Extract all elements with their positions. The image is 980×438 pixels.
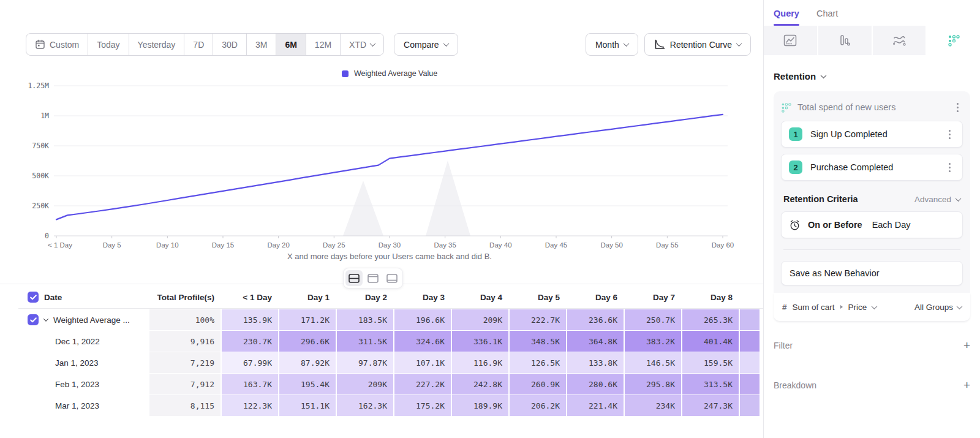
retention-cell[interactable]: 336.1K — [452, 331, 508, 352]
retention-cell[interactable]: 135.9K — [222, 309, 278, 330]
day-header-cell-8[interactable]: Day 8 — [682, 286, 739, 308]
retention-cell[interactable]: 209K — [337, 374, 393, 395]
funnels-tab[interactable] — [818, 26, 872, 55]
retention-cell[interactable]: 236.6K — [567, 309, 624, 330]
range-6m[interactable]: 6M — [276, 34, 305, 55]
all-groups-dropdown[interactable]: All Groups — [914, 303, 962, 312]
day-header-cell-2[interactable]: Day 2 — [337, 286, 393, 308]
retention-cell[interactable]: 221.4K — [567, 395, 624, 416]
table-only-view-button[interactable] — [383, 270, 401, 286]
tab-chart[interactable]: Chart — [816, 9, 838, 26]
retention-cell[interactable]: 324.6K — [394, 331, 451, 352]
granularity-button[interactable]: Month — [586, 33, 638, 56]
retention-cell[interactable]: 107.1K — [394, 352, 451, 373]
retention-cell-partial[interactable] — [740, 352, 760, 373]
retention-cell[interactable]: 151.1K — [279, 395, 336, 416]
insights-tab[interactable] — [764, 26, 817, 55]
range-7d[interactable]: 7D — [184, 34, 213, 55]
retention-cell[interactable]: 295.8K — [625, 374, 681, 395]
day-header-cell-1[interactable]: Day 1 — [279, 286, 336, 308]
add-breakdown-button[interactable]: + — [963, 379, 970, 391]
day-header-cell-7[interactable]: Day 7 — [625, 286, 681, 308]
retention-cell[interactable]: 97.87K — [337, 352, 393, 373]
day-header-cell-5[interactable]: Day 5 — [510, 286, 566, 308]
retention-cell-partial[interactable] — [740, 395, 760, 416]
date-cell[interactable]: Jan 1, 2023 — [18, 352, 149, 373]
retention-cell[interactable]: 133.8K — [567, 352, 624, 373]
date-cell[interactable]: Weighted Average ... — [18, 309, 149, 330]
date-cell[interactable]: Dec 1, 2022 — [18, 331, 149, 352]
range-xtd[interactable]: XTD — [340, 34, 383, 55]
total-profiles-header-cell[interactable]: Total Profile(s) — [149, 286, 221, 308]
retention-cell[interactable]: 250.7K — [625, 309, 681, 330]
range-12m[interactable]: 12M — [306, 34, 340, 55]
step-row-1[interactable]: 1 Sign Up Completed — [781, 121, 963, 148]
advanced-dropdown[interactable]: Advanced — [914, 195, 960, 204]
compare-button[interactable]: Compare — [394, 33, 458, 56]
split-view-button[interactable] — [345, 270, 363, 286]
retention-cell[interactable]: 242.8K — [452, 374, 508, 395]
expand-row-button[interactable] — [44, 318, 48, 322]
add-filter-button[interactable]: + — [963, 339, 970, 351]
retention-cell[interactable]: 159.5K — [682, 352, 739, 373]
retention-cell[interactable]: 206.2K — [510, 395, 566, 416]
retention-cell[interactable]: 364.8K — [567, 331, 624, 352]
step-kebab-icon[interactable] — [944, 163, 955, 172]
chart-only-view-button[interactable] — [364, 270, 382, 286]
row-checkbox[interactable] — [28, 292, 39, 303]
retention-cell[interactable]: 401.4K — [682, 331, 739, 352]
range-custom[interactable]: Custom — [26, 34, 88, 55]
save-as-new-behavior-button[interactable]: Save as New Behavior — [781, 261, 963, 285]
retention-cell[interactable]: 189.9K — [452, 395, 508, 416]
step-row-2[interactable]: 2 Purchase Completed — [781, 154, 963, 181]
retention-cell[interactable]: 280.6K — [567, 374, 624, 395]
retention-cell[interactable]: 222.7K — [510, 309, 566, 330]
retention-cell[interactable]: 348.5K — [510, 331, 566, 352]
date-cell[interactable]: Mar 1, 2023 — [18, 395, 149, 416]
retention-cell[interactable]: 227.2K — [394, 374, 451, 395]
retention-cell-partial[interactable] — [740, 374, 760, 395]
retention-cell[interactable]: 163.7K — [222, 374, 278, 395]
retention-cell[interactable]: 171.2K — [279, 309, 336, 330]
retention-cell[interactable]: 175.2K — [394, 395, 451, 416]
range-today[interactable]: Today — [88, 34, 128, 55]
range-30d[interactable]: 30D — [213, 34, 246, 55]
day-header-cell-6[interactable]: Day 6 — [567, 286, 624, 308]
flows-tab[interactable] — [873, 26, 926, 55]
chart-legend[interactable]: Weighted Average Value — [56, 69, 723, 78]
retention-cell[interactable]: 183.5K — [337, 309, 393, 330]
retention-cell[interactable]: 196.6K — [394, 309, 451, 330]
retention-cell[interactable]: 296.6K — [279, 331, 336, 352]
retention-cell[interactable]: 383.2K — [625, 331, 681, 352]
criteria-condition-row[interactable]: On or Before Each Day — [781, 211, 963, 238]
day-header-cell-4[interactable]: Day 4 — [452, 286, 508, 308]
retention-cell-partial[interactable] — [740, 331, 760, 352]
retention-cell[interactable]: 311.5K — [337, 331, 393, 352]
retention-cell[interactable]: 265.3K — [682, 309, 739, 330]
tab-query[interactable]: Query — [774, 9, 799, 26]
date-header-cell[interactable]: Date — [18, 286, 149, 308]
range-yesterday[interactable]: Yesterday — [129, 34, 184, 55]
retention-cell[interactable]: 67.99K — [222, 352, 278, 373]
retention-cell[interactable]: 122.3K — [222, 395, 278, 416]
behavior-kebab-icon[interactable] — [952, 103, 963, 112]
range-3m[interactable]: 3M — [246, 34, 276, 55]
retention-cell[interactable]: 260.9K — [510, 374, 566, 395]
chart-type-button[interactable]: Retention Curve — [644, 33, 751, 56]
retention-cell[interactable]: 195.4K — [279, 374, 336, 395]
retention-cell[interactable]: 209K — [452, 309, 508, 330]
row-checkbox[interactable] — [28, 314, 39, 325]
retention-cell[interactable]: 87.92K — [279, 352, 336, 373]
step-kebab-icon[interactable] — [944, 130, 955, 139]
retention-cell[interactable]: 313.5K — [682, 374, 739, 395]
day-header-cell-3[interactable]: Day 3 — [394, 286, 451, 308]
retention-cell-partial[interactable] — [740, 309, 760, 330]
measure-row[interactable]: # Sum of cart Price All Groups — [774, 293, 970, 321]
retention-cell[interactable]: 146.5K — [625, 352, 681, 373]
retention-cell[interactable]: 234K — [625, 395, 681, 416]
retention-section-header[interactable]: Retention — [774, 71, 970, 81]
retention-cell[interactable]: 116.9K — [452, 352, 508, 373]
retention-cell[interactable]: 230.7K — [222, 331, 278, 352]
retention-cell[interactable]: 247.3K — [682, 395, 739, 416]
retention-cell[interactable]: 126.5K — [510, 352, 566, 373]
